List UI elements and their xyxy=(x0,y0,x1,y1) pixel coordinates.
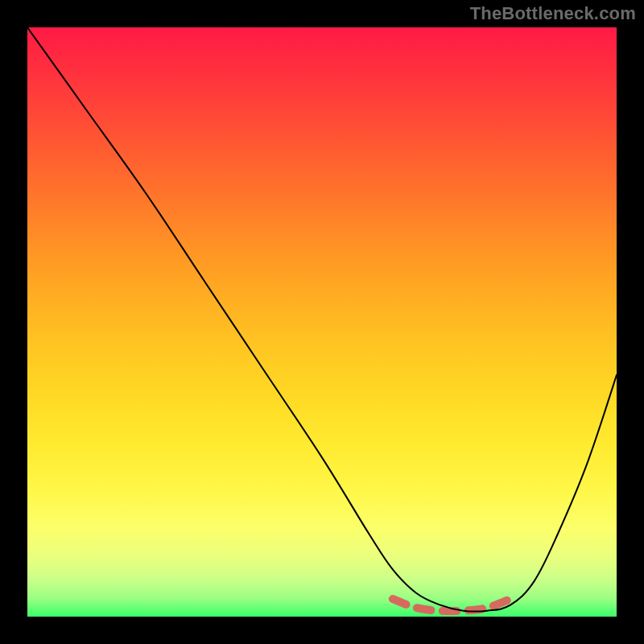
attribution-text: TheBottleneck.com xyxy=(470,3,636,24)
chart-frame: TheBottleneck.com xyxy=(0,0,644,644)
curve-path xyxy=(27,27,617,612)
chart-svg xyxy=(27,27,617,617)
plot-area xyxy=(27,27,617,617)
